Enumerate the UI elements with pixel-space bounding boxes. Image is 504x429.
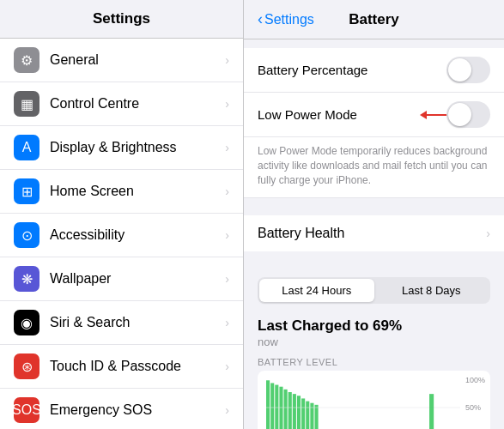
settings-item-emergency-sos[interactable]: SOSEmergency SOS› (0, 389, 243, 429)
settings-list: ⚙General›▦Control Centre›ADisplay & Brig… (0, 39, 243, 429)
battery-right-panel: ‹ Settings Battery Battery Percentage Lo… (244, 0, 504, 429)
wallpaper-icon: ❋ (14, 266, 39, 292)
svg-rect-4 (284, 390, 288, 429)
chevron-right-icon: › (225, 184, 229, 198)
left-title: Settings (14, 10, 229, 27)
chevron-right-icon: › (225, 316, 229, 329)
svg-rect-1 (270, 384, 274, 429)
toggles-section: Battery Percentage Low Power Mode Low Po… (244, 48, 504, 198)
back-label: Settings (264, 12, 314, 27)
battery-percentage-label: Battery Percentage (258, 63, 446, 77)
battery-health-chevron-icon: › (486, 227, 490, 240)
right-panel-title: Battery (349, 11, 399, 28)
low-power-mode-row: Low Power Mode (244, 93, 504, 137)
svg-rect-7 (297, 396, 301, 429)
settings-item-wallpaper[interactable]: ❋Wallpaper› (0, 257, 243, 301)
svg-rect-13 (429, 395, 434, 429)
svg-rect-10 (310, 403, 313, 429)
last-charged-sub: now (258, 335, 490, 348)
back-button[interactable]: ‹ Settings (258, 10, 314, 28)
general-icon: ⚙ (14, 47, 39, 73)
battery-percentage-row: Battery Percentage (244, 48, 504, 93)
chevron-right-icon: › (225, 141, 229, 154)
svg-rect-11 (315, 405, 319, 429)
right-content: Battery Percentage Low Power Mode Low Po… (244, 39, 504, 429)
battery-health-label: Battery Health (258, 226, 486, 241)
tab-last-24-hours[interactable]: Last 24 Hours (259, 279, 374, 302)
svg-rect-8 (301, 399, 305, 429)
settings-item-label-home-screen: Home Screen (50, 184, 225, 199)
svg-rect-6 (293, 395, 296, 429)
accessibility-icon: ⊙ (14, 222, 39, 248)
left-header: Settings (0, 0, 243, 39)
y-label-100: 100% (465, 376, 485, 384)
toggle-knob-lpm (448, 103, 471, 126)
settings-item-label-emergency-sos: Emergency SOS (50, 402, 225, 418)
chevron-right-icon: › (225, 272, 229, 286)
settings-left-panel: Settings ⚙General›▦Control Centre›ADispl… (0, 0, 244, 429)
settings-item-general[interactable]: ⚙General› (0, 39, 243, 82)
settings-item-label-wallpaper: Wallpaper (50, 271, 225, 287)
low-power-mode-label: Low Power Mode (258, 107, 446, 122)
settings-item-home-screen[interactable]: ⊞Home Screen› (0, 170, 243, 214)
siri-search-icon: ◉ (14, 310, 39, 335)
chart-y-labels: 100% 50% 0% (465, 376, 485, 429)
back-chevron-icon: ‹ (258, 10, 263, 28)
svg-rect-5 (288, 392, 292, 429)
chevron-right-icon: › (225, 97, 229, 111)
time-tabs: Last 24 Hours Last 8 Days (258, 277, 490, 304)
chevron-right-icon: › (225, 403, 229, 417)
settings-item-label-siri-search: Siri & Search (50, 315, 225, 330)
settings-item-label-display-brightness: Display & Brightness (50, 140, 225, 155)
settings-item-label-control-centre: Control Centre (50, 96, 225, 112)
low-power-mode-toggle[interactable] (446, 101, 490, 128)
battery-percentage-toggle[interactable] (446, 57, 490, 83)
time-tabs-section: Last 24 Hours Last 8 Days (244, 269, 504, 312)
settings-item-label-general: General (50, 52, 225, 68)
control-centre-icon: ▦ (14, 91, 39, 117)
chart-svg-area (266, 376, 460, 429)
display-brightness-icon: A (14, 135, 39, 160)
svg-rect-9 (306, 402, 309, 429)
settings-item-control-centre[interactable]: ▦Control Centre› (0, 82, 243, 126)
battery-health-row[interactable]: Battery Health › (244, 215, 504, 251)
svg-rect-2 (275, 385, 278, 429)
settings-item-label-touch-id: Touch ID & Passcode (50, 359, 225, 374)
chevron-right-icon: › (225, 360, 229, 373)
settings-item-accessibility[interactable]: ⊙Accessibility› (0, 214, 243, 257)
right-header: ‹ Settings Battery (244, 0, 504, 39)
toggle-knob (448, 58, 471, 82)
chevron-right-icon: › (225, 228, 229, 242)
touch-id-icon: ⊛ (14, 353, 39, 379)
chevron-right-icon: › (225, 53, 229, 67)
settings-item-siri-search[interactable]: ◉Siri & Search› (0, 301, 243, 345)
settings-item-label-accessibility: Accessibility (50, 227, 225, 243)
settings-item-display-brightness[interactable]: ADisplay & Brightness› (0, 126, 243, 170)
battery-chart: 100% 50% 0% (258, 371, 490, 429)
last-charged-label: Last Charged to 69% (258, 317, 490, 335)
battery-info: Last Charged to 69% now (244, 312, 504, 352)
y-label-50: 50% (465, 403, 485, 412)
home-screen-icon: ⊞ (14, 178, 39, 204)
low-power-description: Low Power Mode temporarily reduces backg… (244, 137, 504, 198)
battery-health-section: Battery Health › (244, 215, 504, 251)
chart-section: BATTERY LEVEL 100% 50% 0% (244, 352, 504, 429)
tab-last-8-days[interactable]: Last 8 Days (374, 279, 489, 302)
svg-rect-0 (266, 381, 270, 429)
chart-label: BATTERY LEVEL (258, 357, 490, 367)
settings-item-touch-id[interactable]: ⊛Touch ID & Passcode› (0, 345, 243, 389)
lpm-arrow-head (420, 111, 427, 119)
emergency-sos-icon: SOS (14, 397, 39, 423)
